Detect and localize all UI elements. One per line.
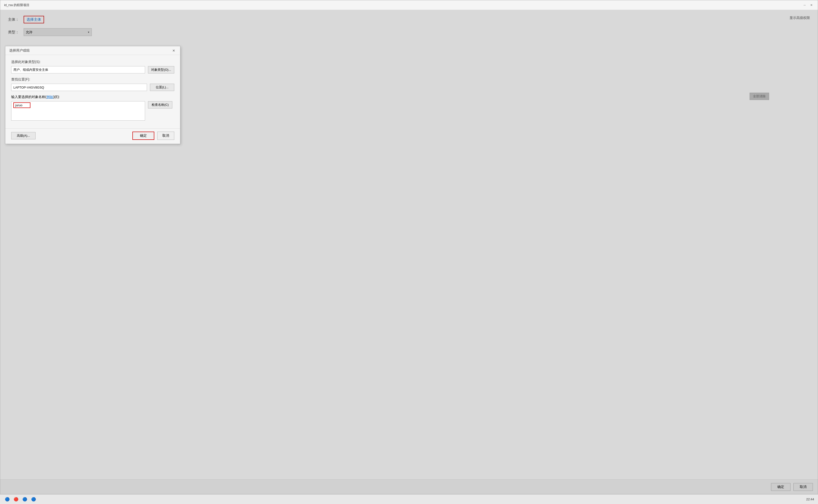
title-bar: id_rsa 的权限项目 ─ ✕ [0,0,818,10]
main-content-area: 主体： 选择主体 类型： 允许 显示高级权限 全部清除 选择用户或组 ✕ [0,10,818,494]
object-type-button[interactable]: 对象类型(O)... [148,66,174,73]
close-button[interactable]: ✕ [809,3,814,8]
select-user-dialog: 选择用户或组 ✕ 选择此对象类型(S): 对象类型(O)... 查找位置(F):… [5,46,180,144]
object-type-input[interactable] [11,66,145,73]
dialog-title: 选择用户或组 [9,48,30,53]
location-label: 查找位置(F): [11,77,174,82]
dialog-action-buttons: 确定 取消 [132,132,174,140]
location-input[interactable] [11,84,147,91]
check-name-button[interactable]: 检查名称(C) [148,101,172,108]
window-title: id_rsa 的权限项目 [4,3,29,7]
dialog-body: 选择此对象类型(S): 对象类型(O)... 查找位置(F): 位置(L)...… [5,55,180,128]
dialog-cancel-button[interactable]: 取消 [157,132,174,140]
name-input-container: juruo [11,101,145,121]
taskbar-left: 🔵 🔴 🔵 🔵 [4,496,37,503]
taskbar-time: 22:44 [806,497,814,501]
taskbar-icon-3[interactable]: 🔵 [21,496,28,503]
location-row: 位置(L)... [11,84,174,91]
name-label-prefix: 输入要选择的对象名称( [11,95,46,99]
dialog-confirm-button[interactable]: 确定 [132,132,154,140]
taskbar-icon-4[interactable]: 🔵 [30,496,37,503]
name-label-suffix: )(E): [53,95,60,99]
name-input-section: juruo 检查名称(C) [11,101,174,121]
taskbar-icon-2[interactable]: 🔴 [13,496,19,503]
dialog-close-button[interactable]: ✕ [171,48,176,53]
dialog-title-bar: 选择用户或组 ✕ [5,46,180,55]
location-button[interactable]: 位置(L)... [150,84,174,91]
dialog-footer: 高级(A)... 确定 取消 [5,128,180,144]
title-bar-controls: ─ ✕ [802,3,814,8]
minimize-button[interactable]: ─ [802,3,807,8]
name-example-link[interactable]: 例如 [46,95,53,99]
name-section-label: 输入要选择的对象名称(例如)(E): [11,95,174,99]
object-type-row: 对象类型(O)... [11,66,174,73]
taskbar: 🔵 🔴 🔵 🔵 22:44 [0,494,818,504]
name-value-display: juruo [13,102,30,108]
advanced-button[interactable]: 高级(A)... [11,132,36,139]
taskbar-icon-1[interactable]: 🔵 [4,496,11,503]
object-type-label: 选择此对象类型(S): [11,60,174,64]
main-window: id_rsa 的权限项目 ─ ✕ 主体： 选择主体 类型： 允许 显示高级权限 … [0,0,818,494]
